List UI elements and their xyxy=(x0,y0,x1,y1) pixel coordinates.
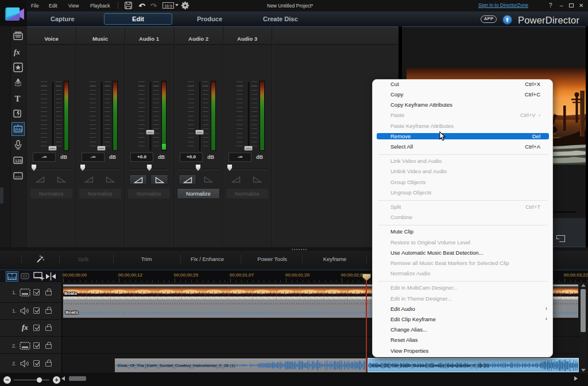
svg-text:123: 123 xyxy=(15,159,22,163)
svg-text:T: T xyxy=(15,94,21,103)
svg-text:16:9: 16:9 xyxy=(164,4,172,8)
svg-text:fx: fx xyxy=(14,48,20,56)
